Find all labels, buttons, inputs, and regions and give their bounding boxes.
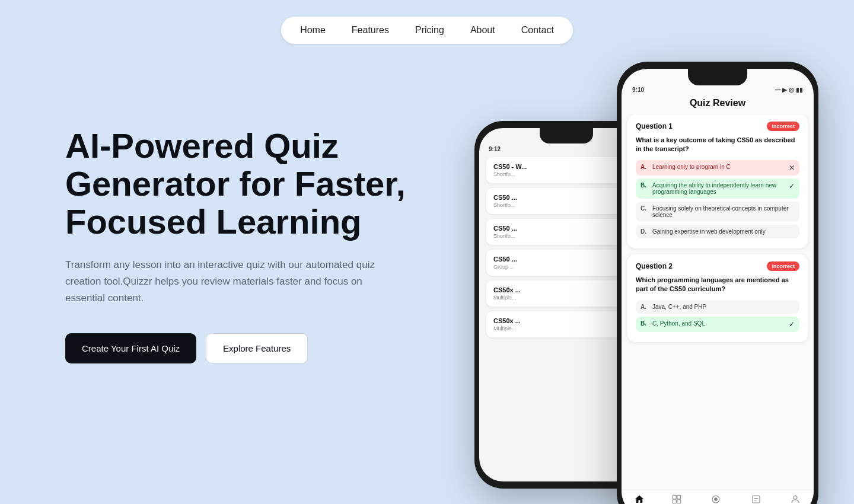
option-letter: B.	[640, 320, 649, 327]
svg-rect-6	[753, 496, 760, 503]
hero-left: AI-Powered Quiz Generator for Faster, Fo…	[65, 91, 406, 363]
option-text: Gaining expertise in web development onl…	[652, 228, 766, 235]
svg-rect-2	[673, 500, 677, 503]
hero-title-line2: Generator for Faster,	[65, 164, 406, 203]
nav-item-contact[interactable]: Contact	[508, 20, 567, 40]
option-letter: B.	[640, 182, 649, 189]
hero-buttons: Create Your First AI Quiz Explore Featur…	[65, 333, 406, 363]
back-status-time: 9:12	[489, 146, 501, 152]
front-status-time: 9:10	[632, 87, 644, 93]
option-letter: D.	[640, 228, 649, 235]
hero-section: AI-Powered Quiz Generator for Faster, Fo…	[0, 44, 854, 504]
question-header-1: Question 1 Incorrect	[636, 122, 799, 131]
screen-title: Quiz Review	[622, 94, 814, 114]
hero-title-line1: AI-Powered Quiz	[65, 126, 339, 165]
question-text-2: Which programming languages are mentione…	[636, 276, 799, 294]
phone-front: 9:10 — ▶ ◎ ▮▮ Quiz Review Question 1 Inc…	[617, 62, 818, 504]
svg-point-5	[714, 498, 717, 501]
svg-rect-0	[673, 495, 677, 499]
option-text: Focusing solely on theoretical concepts …	[652, 205, 795, 218]
bottom-nav-record[interactable]: Record	[708, 494, 724, 504]
phone-front-notch	[688, 69, 747, 85]
phones-container: 9:12 ▶ ◎ ▮▮ CS50 - W... Shortfo... CS50 …	[474, 62, 818, 504]
cta-primary-button[interactable]: Create Your First AI Quiz	[65, 333, 196, 363]
wrong-icon: ✕	[789, 164, 795, 172]
option-text: Java, C++, and PHP	[652, 304, 706, 310]
option-text: C, Python, and SQL	[652, 320, 705, 327]
option-row: C. Focusing solely on theoretical concep…	[636, 202, 799, 222]
nav-item-home[interactable]: Home	[287, 20, 339, 40]
hero-title: AI-Powered Quiz Generator for Faster, Fo…	[65, 127, 406, 240]
option-letter: A.	[640, 164, 649, 170]
hero-subtitle: Transform any lesson into an interactive…	[65, 257, 397, 307]
svg-rect-3	[677, 500, 681, 503]
nav-item-pricing[interactable]: Pricing	[402, 20, 457, 40]
bottom-nav-profile[interactable]: Profile	[789, 494, 802, 504]
phone-back-notch	[540, 128, 593, 143]
phone-bottom-nav: Home Groups Record Attempts	[622, 490, 814, 504]
quiz-scroll: Question 1 Incorrect What is a key outco…	[622, 114, 814, 348]
option-text: Learning only to program in C	[652, 164, 731, 170]
nav-item-about[interactable]: About	[457, 20, 508, 40]
option-letter: C.	[640, 205, 649, 212]
phone-front-screen: 9:10 — ▶ ◎ ▮▮ Quiz Review Question 1 Inc…	[622, 69, 814, 504]
bottom-nav-home[interactable]: Home	[633, 494, 646, 504]
front-status-icons: — ▶ ◎ ▮▮	[775, 87, 803, 93]
option-row: A. Learning only to program in C ✕	[636, 160, 799, 176]
badge-incorrect-1: Incorrect	[767, 122, 799, 131]
option-row: D. Gaining expertise in web development …	[636, 225, 799, 238]
option-row: A. Java, C++, and PHP	[636, 300, 799, 314]
question-num-2: Question 2	[636, 262, 673, 270]
option-row: B. Acquiring the ability to independentl…	[636, 178, 799, 199]
navbar: Home Features Pricing About Contact	[0, 0, 854, 44]
correct-icon: ✓	[789, 320, 795, 328]
bottom-nav-attempts[interactable]: Attempts	[747, 494, 766, 504]
question-header-2: Question 2 Incorrect	[636, 261, 799, 271]
option-row: B. C, Python, and SQL ✓	[636, 317, 799, 332]
hero-title-line3: Focused Learning	[65, 202, 362, 241]
correct-icon: ✓	[789, 182, 795, 190]
phone-front-status: 9:10 — ▶ ◎ ▮▮	[622, 85, 814, 94]
nav-pill: Home Features Pricing About Contact	[281, 17, 573, 44]
badge-incorrect-2: Incorrect	[767, 261, 799, 271]
question-card-1: Question 1 Incorrect What is a key outco…	[627, 114, 808, 248]
nav-item-features[interactable]: Features	[339, 20, 402, 40]
cta-secondary-button[interactable]: Explore Features	[206, 333, 308, 363]
bottom-nav-groups[interactable]: Groups	[669, 494, 684, 504]
question-text-1: What is a key outcome of taking CS50 as …	[636, 136, 799, 154]
option-text: Acquiring the ability to independently l…	[652, 182, 785, 195]
question-num-1: Question 1	[636, 122, 673, 130]
svg-rect-1	[677, 495, 681, 499]
question-card-2: Question 2 Incorrect Which programming l…	[627, 254, 808, 342]
option-letter: A.	[640, 304, 649, 310]
svg-point-9	[794, 496, 797, 499]
